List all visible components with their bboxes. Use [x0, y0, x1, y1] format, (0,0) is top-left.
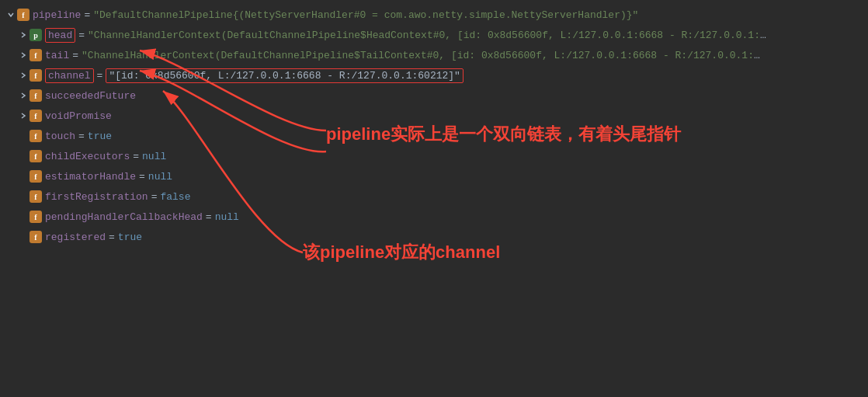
field-icon-f: f: [30, 89, 42, 102]
field-name-channel: channel: [45, 68, 94, 83]
field-value-childExecutors: null: [142, 151, 166, 162]
expander-icon[interactable]: [5, 9, 17, 21]
equals: =: [84, 9, 90, 21]
annotation-pipeline-text: pipeline实际上是一个双向链表，有着头尾指针: [326, 123, 681, 146]
field-icon-f: f: [30, 231, 42, 243]
tree-row: f pipeline = "DefaultChannelPipeline{(Ne…: [0, 5, 868, 25]
expander-icon[interactable]: [17, 29, 30, 41]
field-value-pendingHandlerCallbackHead: null: [215, 211, 239, 223]
field-value: "ChannelHandlerContext(DefaultChannelPip…: [82, 50, 754, 61]
truncated: …: [760, 30, 766, 41]
truncated: …: [754, 50, 760, 61]
tree-row: f estimatorHandle = null: [0, 166, 868, 186]
field-value-channel: "[id: 0x8d56600f, L:/127.0.0.1:6668 - R:…: [106, 68, 463, 83]
field-icon-p: p: [30, 29, 42, 41]
field-value-registered: true: [118, 232, 142, 243]
field-value: "DefaultChannelPipeline{(NettyServerHand…: [93, 9, 638, 21]
field-icon-f: f: [30, 211, 42, 223]
field-name-firstRegistration: firstRegistration: [45, 191, 148, 203]
field-value: "ChannelHandlerContext(DefaultChannelPip…: [88, 30, 760, 41]
field-value-firstRegistration: false: [160, 191, 190, 203]
field-icon-f: f: [30, 110, 42, 122]
tree-row: f pendingHandlerCallbackHead = null: [0, 207, 868, 227]
annotation-channel-text: 该pipeline对应的channel: [303, 241, 500, 264]
equals: =: [109, 232, 115, 243]
field-name-pendingHandlerCallbackHead: pendingHandlerCallbackHead: [45, 211, 203, 223]
expander-icon[interactable]: [17, 110, 30, 122]
field-value-touch: true: [88, 131, 112, 142]
expander-icon[interactable]: [17, 89, 30, 102]
expander-icon[interactable]: [17, 69, 30, 82]
field-icon-f: f: [30, 190, 42, 203]
equals: =: [133, 151, 139, 162]
field-icon-f: f: [30, 150, 42, 162]
tree-row: f succeededFuture: [0, 85, 868, 106]
field-name-registered: registered: [45, 232, 106, 243]
field-name-head: head: [45, 28, 75, 43]
field-icon-f: f: [30, 69, 42, 82]
field-value-estimatorHandle: null: [148, 171, 172, 183]
equals: =: [139, 171, 145, 183]
equals: =: [97, 70, 103, 82]
field-name-succeededFuture: succeededFuture: [45, 90, 136, 102]
field-icon-f: f: [30, 170, 42, 183]
equals: =: [78, 30, 85, 41]
field-name-tail: tail: [45, 50, 69, 61]
field-name-estimatorHandle: estimatorHandle: [45, 171, 136, 183]
tree-row: f tail = "ChannelHandlerContext(DefaultC…: [0, 45, 868, 65]
field-icon-f: f: [17, 9, 30, 21]
equals: =: [78, 131, 85, 142]
field-icon-f: f: [30, 130, 42, 142]
tree-row: f childExecutors = null: [0, 146, 868, 166]
field-name-voidPromise: voidPromise: [45, 110, 112, 122]
field-icon-f: f: [30, 49, 42, 61]
equals: =: [206, 211, 212, 223]
field-name-touch: touch: [45, 131, 75, 142]
field-name-childExecutors: childExecutors: [45, 151, 130, 162]
tree-row: f channel = "[id: 0x8d56600f, L:/127.0.0…: [0, 65, 868, 85]
tree-row: p head = "ChannelHandlerContext(DefaultC…: [0, 25, 868, 45]
tree-row: f firstRegistration = false: [0, 186, 868, 207]
field-name: pipeline: [33, 9, 81, 21]
equals: =: [151, 191, 158, 203]
expander-icon[interactable]: [17, 49, 30, 61]
debug-panel: f pipeline = "DefaultChannelPipeline{(Ne…: [0, 0, 868, 397]
equals: =: [72, 50, 78, 61]
